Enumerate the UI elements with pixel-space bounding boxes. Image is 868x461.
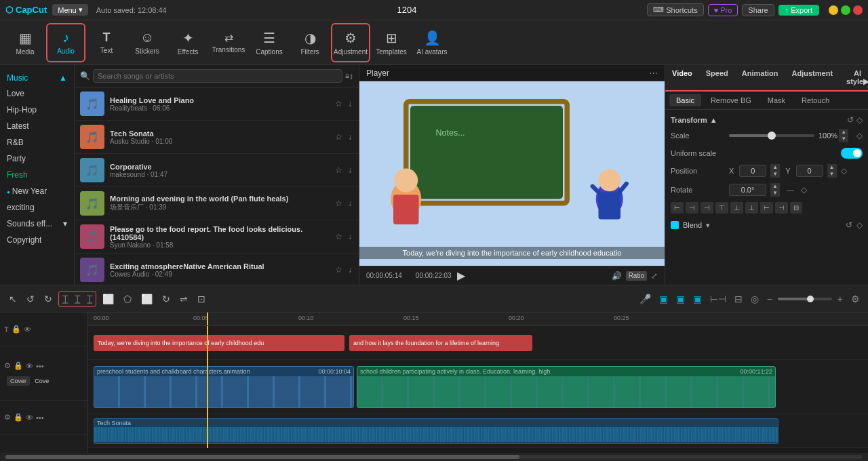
scale-slider[interactable] bbox=[729, 134, 814, 137]
download-food-button[interactable]: ↓ bbox=[347, 230, 353, 243]
favorite-corporative-button[interactable]: ☆ bbox=[334, 164, 344, 176]
music-item-food[interactable]: 🎵 Please go to the food report. The food… bbox=[75, 220, 359, 254]
tl-icon4-button[interactable]: ⊢⊣ bbox=[707, 292, 729, 306]
tl-video-settings-button[interactable]: ⚙ bbox=[4, 361, 11, 370]
sidebar-item-new-year[interactable]: ●New Year bbox=[0, 183, 74, 199]
tl-icon6-button[interactable]: ◎ bbox=[748, 292, 762, 306]
align-center-v-button[interactable]: ⊥ bbox=[730, 202, 743, 214]
tl-caption-clip-2[interactable]: and how it lays the foundation for a lif… bbox=[349, 335, 532, 351]
position-x-up-button[interactable]: ▲ bbox=[770, 164, 780, 171]
rotate-up-button[interactable]: ▲ bbox=[770, 183, 780, 190]
position-y-input[interactable] bbox=[796, 165, 823, 177]
uniform-scale-toggle[interactable] bbox=[841, 148, 863, 159]
split-right-button[interactable]: ⌶ bbox=[83, 292, 96, 306]
transform-collapse-icon[interactable]: ▲ bbox=[710, 116, 717, 124]
music-item-healing[interactable]: 🎵 Healing Love and Piano Realitybeats · … bbox=[75, 87, 359, 121]
tool-effects[interactable]: ✦ Effects bbox=[168, 23, 208, 62]
zoom-slider[interactable] bbox=[778, 298, 832, 300]
share-button[interactable]: Share bbox=[742, 4, 774, 16]
tool-templates[interactable]: ⊞ Templates bbox=[372, 23, 411, 62]
sidebar-item-exciting[interactable]: exciting bbox=[0, 199, 74, 216]
tl-text-visibility-button[interactable]: 👁 bbox=[24, 325, 31, 334]
favorite-morning-button[interactable]: ☆ bbox=[334, 197, 344, 209]
position-keyframe-button[interactable]: ◇ bbox=[841, 166, 847, 176]
flip-button[interactable]: ⇌ bbox=[176, 292, 191, 306]
tab-ai-style[interactable]: AI style▶ bbox=[840, 65, 868, 90]
tool-adjustment[interactable]: ⚙ Adjustment bbox=[331, 23, 370, 62]
tool-captions[interactable]: ☰ Captions bbox=[250, 23, 289, 62]
tab-video[interactable]: Video bbox=[665, 65, 699, 92]
music-item-exciting[interactable]: 🎵 Exciting atmosphereNative American Rit… bbox=[75, 254, 359, 285]
minimize-button[interactable] bbox=[829, 5, 838, 15]
delete-clip-button[interactable]: ⬜ bbox=[99, 292, 117, 306]
shortcuts-button[interactable]: ⌨ Shortcuts bbox=[647, 3, 703, 16]
music-item-corporative[interactable]: 🎵 Corporative makesound · 01:47 ☆ ↓ bbox=[75, 154, 359, 187]
sidebar-item-sounds-eff[interactable]: Sounds eff... ▾ bbox=[0, 216, 74, 232]
blend-keyframe-button[interactable]: ◇ bbox=[856, 220, 863, 230]
position-y-down-button[interactable]: ▼ bbox=[827, 171, 837, 178]
scale-down-button[interactable]: ▼ bbox=[839, 136, 848, 142]
sidebar-item-hiphop[interactable]: Hip-Hop bbox=[0, 102, 74, 118]
tl-video-more-button[interactable]: ••• bbox=[36, 362, 44, 370]
align-extra3-button[interactable]: ⊟ bbox=[790, 202, 802, 214]
tool-filters[interactable]: ◑ Filters bbox=[290, 23, 330, 62]
volume-button[interactable]: 🔊 bbox=[612, 271, 622, 281]
rotate-down-button[interactable]: ▼ bbox=[770, 190, 780, 197]
align-left-button[interactable]: ⊢ bbox=[671, 202, 684, 214]
transform-keyframe-button[interactable]: ◇ bbox=[856, 115, 863, 125]
tool-audio[interactable]: ♪ Audio bbox=[46, 23, 85, 62]
favorite-exciting-button[interactable]: ☆ bbox=[334, 264, 344, 276]
crop-button[interactable]: ⊡ bbox=[194, 292, 209, 306]
shape-button[interactable]: ⬠ bbox=[120, 292, 135, 306]
export-button[interactable]: ↑ Export bbox=[778, 5, 819, 16]
sidebar-item-latest[interactable]: Latest bbox=[0, 118, 74, 134]
tool-ai-avatars[interactable]: 👤 AI avatars bbox=[412, 23, 452, 62]
undo-button[interactable]: ↺ bbox=[23, 292, 38, 306]
split-center-button[interactable]: ⌶ bbox=[71, 292, 83, 306]
tl-scrollbar[interactable] bbox=[0, 453, 868, 461]
align-bottom-button[interactable]: ⊥ bbox=[745, 202, 758, 214]
tl-audio-lock-button[interactable]: 🔒 bbox=[14, 413, 23, 422]
tl-text-label-button[interactable]: T bbox=[4, 325, 9, 334]
close-button[interactable] bbox=[853, 5, 863, 15]
rotate-keyframe-button[interactable]: ◇ bbox=[801, 185, 807, 195]
tl-video-visibility-button[interactable]: 👁 bbox=[26, 362, 33, 370]
scale-up-button[interactable]: ▲ bbox=[839, 129, 848, 136]
music-item-tech-sonata[interactable]: 🎵 Tech Sonata Ausku Studio · 01:00 ☆ ↓ bbox=[75, 121, 359, 154]
cursor-select-button[interactable]: ↖ bbox=[5, 292, 20, 306]
play-button[interactable]: ▶ bbox=[457, 269, 465, 282]
sidebar-item-party[interactable]: Party bbox=[0, 151, 74, 167]
maximize-button[interactable] bbox=[841, 5, 850, 15]
download-corporative-button[interactable]: ↓ bbox=[347, 164, 353, 176]
tl-audio-more-button[interactable]: ••• bbox=[36, 414, 44, 422]
tl-settings-button[interactable]: ⚙ bbox=[848, 292, 863, 306]
tool-media[interactable]: ▦ Media bbox=[5, 23, 45, 62]
pro-button[interactable]: ♥ Pro bbox=[708, 4, 738, 16]
menu-button[interactable]: Menu ▾ bbox=[52, 4, 88, 16]
tl-video-lock-button[interactable]: 🔒 bbox=[14, 361, 23, 370]
tool-transitions[interactable]: ⇄ Transitions bbox=[209, 23, 248, 62]
download-morning-button[interactable]: ↓ bbox=[347, 197, 353, 209]
sidebar-item-rnb[interactable]: R&B bbox=[0, 134, 74, 151]
tab-speed[interactable]: Speed bbox=[699, 65, 735, 90]
tl-zoom-in-button[interactable]: + bbox=[835, 292, 846, 306]
tl-icon5-button[interactable]: ⊟ bbox=[732, 292, 745, 306]
favorite-tech-sonata-button[interactable]: ☆ bbox=[334, 131, 344, 143]
rotate-input[interactable] bbox=[729, 184, 766, 196]
rotate-clip-button[interactable]: ↻ bbox=[159, 292, 174, 306]
tl-text-lock-button[interactable]: 🔒 bbox=[12, 325, 21, 334]
blend-checkbox[interactable] bbox=[671, 221, 679, 229]
subtab-remove-bg[interactable]: Remove BG bbox=[704, 94, 758, 106]
tl-audio-visibility-button[interactable]: 👁 bbox=[26, 414, 33, 422]
favorite-healing-button[interactable]: ☆ bbox=[334, 98, 344, 110]
subtab-basic[interactable]: Basic bbox=[669, 94, 701, 106]
collapse-icon[interactable]: ▲ bbox=[59, 73, 67, 83]
tl-icon1-button[interactable]: ▣ bbox=[656, 292, 671, 306]
tl-icon3-button[interactable]: ▣ bbox=[690, 292, 705, 306]
redo-button[interactable]: ↻ bbox=[41, 292, 56, 306]
microphone-button[interactable]: 🎤 bbox=[637, 292, 654, 306]
tl-audio-clip-tech-sonata[interactable]: Tech Sonata bbox=[94, 418, 778, 444]
tl-caption-clip-1[interactable]: Today, we're diving into the importance … bbox=[94, 335, 344, 351]
tl-icon2-button[interactable]: ▣ bbox=[673, 292, 688, 306]
align-extra1-button[interactable]: ⊢ bbox=[760, 202, 773, 214]
